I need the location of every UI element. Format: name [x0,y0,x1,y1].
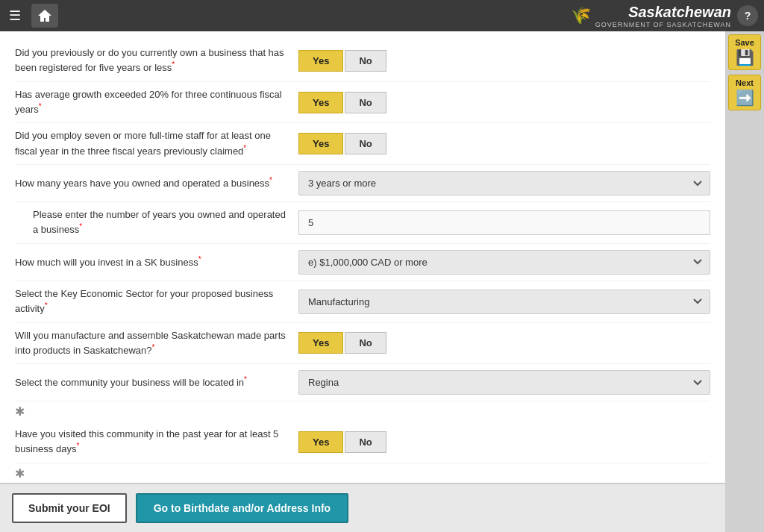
q6-row: Select the Key Economic Sector for your … [15,281,710,323]
q4-row: How many years have you owned and operat… [15,165,710,202]
save-icon: 💾 [736,48,754,66]
right-sidebar: Save 💾 Next ➡️ [725,31,764,532]
menu-icon[interactable]: ☰ [6,4,24,27]
q4-select[interactable]: Less than 1 year 1 to 2 years 2 to 3 yea… [298,171,710,195]
q2-label: Has average growth exceeded 20% for thre… [15,88,298,117]
divider-row-2: ✱ [15,463,710,484]
topbar-right: 🌾 Saskatchewan GOVERNMENT OF SASKATCHEWA… [571,4,758,28]
community-visit-row: Have you visited this community in the p… [15,422,710,463]
q5-label: How much will you invest in a SK busines… [15,254,298,270]
wheat-icon: 🌾 [571,6,591,25]
q3-no-button[interactable]: No [345,133,386,154]
q3-yes-button[interactable]: Yes [298,133,343,154]
sask-logo-text-block: Saskatchewan GOVERNMENT OF SASKATCHEWAN [595,4,731,28]
topbar: ☰ 🌾 Saskatchewan GOVERNMENT OF SASKATCHE… [0,0,764,31]
q8-answer: Regina Saskatoon Prince Albert Moose Jaw… [298,370,710,395]
house-icon [37,8,53,23]
q7-answer: Yes No [298,332,710,354]
q1-yes-button[interactable]: Yes [298,50,343,72]
help-button[interactable]: ? [737,5,758,26]
q2-yes-button[interactable]: Yes [298,92,343,113]
q4-sub-label: Please enter the number of years you own… [15,208,298,237]
q8-row: Select the community your business will … [15,364,710,401]
submit-eoi-button[interactable]: Submit your EOI [12,493,127,523]
q7-yn-group: Yes No [298,332,710,354]
q3-answer: Yes No [298,133,710,154]
q6-select[interactable]: Agriculture Manufacturing Technology Tou… [298,290,710,314]
topbar-left: ☰ [6,4,58,28]
next-button[interactable]: Next ➡️ [728,75,761,110]
q2-no-button[interactable]: No [345,92,386,113]
q2-yn-group: Yes No [298,92,710,113]
q8-label: Select the community your business will … [15,375,298,390]
q4-sub-input[interactable] [298,210,710,235]
q1-no-button[interactable]: No [345,50,386,72]
q1-label: Did you previously or do you currently o… [15,46,298,75]
q5-select[interactable]: a) Less than $200,000 CAD b) $200,000 to… [298,250,710,275]
q5-answer: a) Less than $200,000 CAD b) $200,000 to… [298,250,710,275]
divider-icon-1: ✱ [15,404,25,419]
goto-birthdate-button[interactable]: Go to Birthdate and/or Address Info [136,493,349,523]
content-area: Did you previously or do you currently o… [0,31,725,532]
q1-row: Did you previously or do you currently o… [15,40,710,82]
divider-row-1: ✱ [15,401,710,422]
community-visit-no-button[interactable]: No [345,431,386,453]
q3-row: Did you employ seven or more full-time s… [15,123,710,165]
q1-answer: Yes No [298,50,710,72]
q1-yn-group: Yes No [298,50,710,72]
q4-label: How many years have you owned and operat… [15,175,298,191]
q2-row: Has average growth exceeded 20% for thre… [15,82,710,124]
sask-logo-name: Saskatchewan [628,4,731,21]
q5-row: How much will you invest in a SK busines… [15,244,710,281]
q2-answer: Yes No [298,92,710,113]
q8-select[interactable]: Regina Saskatoon Prince Albert Moose Jaw… [298,370,710,395]
q7-no-button[interactable]: No [345,332,386,354]
q7-yes-button[interactable]: Yes [298,332,343,354]
home-button[interactable] [31,4,58,28]
main-container: Did you previously or do you currently o… [0,31,764,532]
save-button[interactable]: Save 💾 [728,34,761,70]
community-visit-answer: Yes No [298,431,710,453]
next-label: Next [736,78,754,87]
community-visit-yn-group: Yes No [298,431,710,453]
q6-answer: Agriculture Manufacturing Technology Tou… [298,290,710,314]
bottom-bar: Submit your EOI Go to Birthdate and/or A… [0,483,725,532]
q6-label: Select the Key Economic Sector for your … [15,287,298,316]
next-icon: ➡️ [736,89,754,107]
q4-sub-answer [298,210,710,235]
sask-logo-subtitle: GOVERNMENT OF SASKATCHEWAN [595,21,731,28]
q7-label: Will you manufacture and assemble Saskat… [15,329,298,358]
community-visit-yes-button[interactable]: Yes [298,431,343,453]
save-label: Save [735,38,754,47]
q4-answer: Less than 1 year 1 to 2 years 2 to 3 yea… [298,171,710,195]
q3-label: Did you employ seven or more full-time s… [15,129,298,158]
q7-row: Will you manufacture and assemble Saskat… [15,323,710,365]
divider-icon-2: ✱ [15,466,25,481]
community-visit-label: Have you visited this community in the p… [15,428,298,457]
q3-yn-group: Yes No [298,133,710,154]
sask-logo: 🌾 Saskatchewan GOVERNMENT OF SASKATCHEWA… [571,4,731,28]
q4-sub-row: Please enter the number of years you own… [15,202,710,244]
